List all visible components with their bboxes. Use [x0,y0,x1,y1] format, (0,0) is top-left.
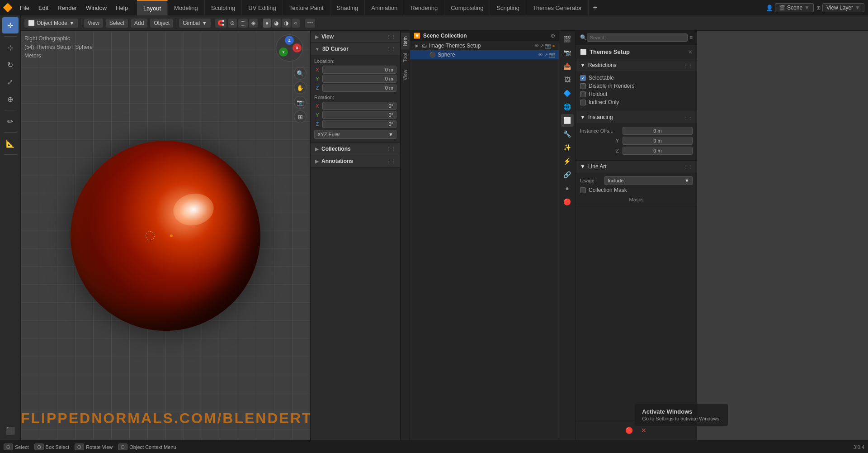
list-item[interactable]: ▶ 🗂 Image Themes Setup 👁 ↗ 📷 ● [410,41,559,50]
props-render-icon-btn[interactable]: 📷 [561,46,574,59]
shading-wireframe[interactable]: ○ [292,19,299,28]
renderable-icon[interactable]: 📷 [545,43,551,49]
menu-help[interactable]: Help [111,0,132,15]
n-panel-view-header[interactable]: ▶ View ⋮⋮ [311,31,400,43]
tab-item[interactable]: Item [401,33,410,49]
instancing-options-icon[interactable]: ⋮⋮ [684,115,693,120]
shading-rendered[interactable]: ◑ [282,19,291,28]
view-options-icon[interactable]: ⋮⋮ [387,34,396,39]
props-object-icon-btn[interactable]: ⬜ [561,114,574,127]
graph-editor-btn[interactable]: 〰 [305,19,315,28]
zoom-to-fit-btn[interactable]: 🔍 [294,67,307,80]
camera-btn[interactable]: 📷 [294,96,307,109]
restrictions-options-icon[interactable]: ⋮⋮ [684,63,693,68]
props-search-input[interactable] [587,33,688,42]
instancing-header[interactable]: ▼ Instancing ⋮⋮ [576,111,697,123]
props-material-icon-btn[interactable]: 🔴 [561,196,574,208]
usage-dropdown[interactable]: Include ▼ [604,176,693,185]
indirect-only-checkbox[interactable] [580,100,586,105]
rotate-tool[interactable]: ↻ [2,57,19,73]
props-world-icon-btn[interactable]: 🌐 [561,100,574,113]
props-scene-data-icon-btn[interactable]: 🔷 [561,87,574,100]
tab-modeling[interactable]: Modeling [168,0,205,15]
expand-icon[interactable]: ▶ [414,43,420,49]
loc-x-input[interactable]: 0 m [322,66,396,74]
cursor-tool[interactable]: ✛ [2,17,19,33]
tab-texture-paint[interactable]: Texture Paint [283,0,330,15]
overlay-btn[interactable]: ⬚ [238,19,248,28]
props-close-icon[interactable]: ✕ [688,49,693,55]
list-item[interactable]: ⚫ Sphere 👁 ↗ 📷 [410,50,559,59]
lineart-options-icon[interactable]: ⋮⋮ [684,164,693,169]
tab-tool[interactable]: Tool [401,49,410,66]
collection-mask-checkbox[interactable] [580,187,586,193]
tab-animation[interactable]: Animation [365,0,404,15]
tab-uv-editing[interactable]: UV Editing [242,0,283,15]
sphere-renderable-icon[interactable]: 📷 [549,52,555,58]
outliner-filter-btn[interactable]: ⊕ [551,33,555,39]
tab-layout[interactable]: Layout [137,0,168,15]
instance-offset-x-input[interactable]: 0 m [623,127,693,135]
props-scene-icon-btn[interactable]: 🎬 [561,33,574,45]
menu-render[interactable]: Render [53,0,81,15]
sphere-selectable-icon[interactable]: ↗ [544,52,548,58]
xray-btn[interactable]: ◈ [249,19,258,28]
z-axis-button[interactable]: Z [285,36,294,45]
shading-material[interactable]: ◕ [272,19,281,28]
viewlayer-selector[interactable]: View Layer ▼ [822,3,864,12]
loc-z-input[interactable]: 0 m [322,84,396,92]
n-panel-collections-header[interactable]: ▶ Collections ⋮⋮ [311,143,400,155]
snap-btn[interactable]: 🧲 [215,19,226,28]
rot-x-input[interactable]: 0° [322,102,396,110]
props-object-data-icon-btn[interactable]: ● [561,182,574,195]
tab-sculpting[interactable]: Sculpting [205,0,242,15]
cube-tool[interactable]: ⬛ [2,422,19,439]
view-menu[interactable]: View [84,19,103,28]
loc-y-input[interactable]: 0 m [322,75,396,83]
disable-renders-checkbox[interactable] [580,83,586,89]
cursor-options-icon[interactable]: ⋮⋮ [387,47,396,52]
tab-scripting[interactable]: Scripting [490,0,526,15]
props-physics-icon-btn[interactable]: ⚡ [561,155,574,167]
tab-rendering[interactable]: Rendering [404,0,444,15]
instance-z-input[interactable]: 0 m [623,147,693,155]
props-particles-icon-btn[interactable]: ✨ [561,141,574,154]
proportional-btn[interactable]: ⊙ [228,19,237,28]
menu-window[interactable]: Window [81,0,111,15]
shading-solid[interactable]: ● [263,19,271,28]
lineart-header[interactable]: ▼ Line Art ⋮⋮ [576,161,697,172]
pan-btn[interactable]: ✋ [294,81,307,94]
sphere-expand-icon[interactable] [421,52,427,58]
grid-btn[interactable]: ⊞ [294,110,307,123]
move-tool[interactable]: ⊹ [2,39,19,56]
props-modifier-icon-btn[interactable]: 🔧 [561,128,574,140]
selectable-icon[interactable]: ↗ [540,43,544,49]
tab-shading[interactable]: Shading [330,0,365,15]
menu-edit[interactable]: Edit [34,0,53,15]
selectable-checkbox[interactable] [580,75,586,81]
x-axis-button[interactable]: X [292,43,302,52]
euler-dropdown[interactable]: XYZ Euler ▼ [314,130,396,139]
collections-options-icon[interactable]: ⋮⋮ [387,147,396,152]
props-view-layer-icon-btn[interactable]: 🖼 [561,73,574,86]
rot-y-input[interactable]: 0° [322,111,396,119]
object-menu[interactable]: Object [150,19,173,28]
tab-themes-generator[interactable]: Themes Generator [526,0,589,15]
measure-tool[interactable]: 📐 [2,135,19,152]
n-panel-cursor-header[interactable]: ▼ 3D Cursor ⋮⋮ [311,43,400,55]
object-mode-dropdown[interactable]: ⬜ Object Mode ▼ [24,19,78,28]
gimbal-dropdown[interactable]: Gimbal ▼ [179,19,211,28]
axes-circle[interactable]: Z X Y [276,34,303,62]
y-axis-button[interactable]: Y [279,48,288,57]
viewport-3d[interactable]: Right Orthographic (54) Themes Setup | S… [21,31,310,440]
annotations-options-icon[interactable]: ⋮⋮ [387,159,396,164]
add-menu[interactable]: Add [131,19,147,28]
props-filter-icon[interactable]: ≡ [689,34,693,41]
add-workspace-button[interactable]: + [589,1,601,14]
select-menu[interactable]: Select [106,19,128,28]
holdout-checkbox[interactable] [580,91,586,97]
n-panel-annotations-header[interactable]: ▶ Annotations ⋮⋮ [311,155,400,167]
menu-file[interactable]: File [15,0,34,15]
tab-view[interactable]: View [401,66,410,84]
sphere-visibility-icon[interactable]: 👁 [538,52,543,58]
